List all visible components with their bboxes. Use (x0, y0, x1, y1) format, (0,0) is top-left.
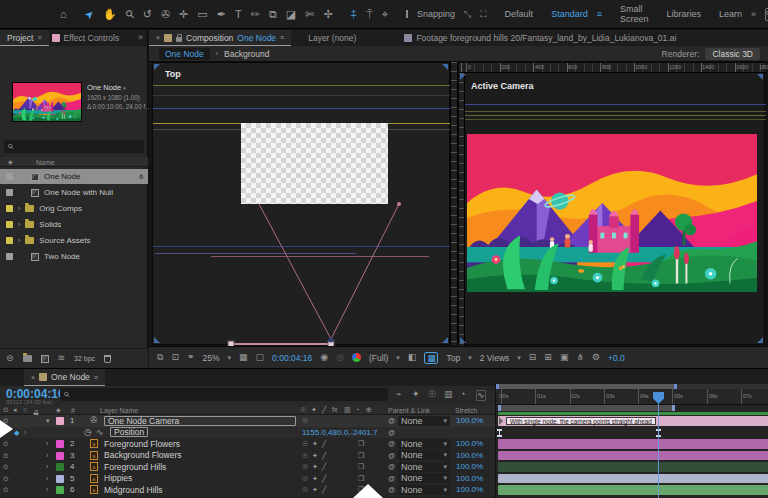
work-area-start-handle[interactable] (498, 405, 501, 411)
world-axis-icon[interactable]: ⍑ (366, 9, 373, 20)
orbit-tool-icon[interactable]: ↺ (143, 9, 152, 20)
pickwhip-icon[interactable]: @ (388, 427, 395, 439)
layer-bar-foreground-flowers[interactable] (498, 439, 768, 449)
shy-switch-icon[interactable]: ☉ (300, 406, 306, 413)
brush-tool-icon[interactable]: ✏ (251, 9, 260, 20)
layer-name[interactable]: Midground Hills (104, 484, 163, 496)
exposure-value[interactable]: +0.0 (608, 353, 625, 363)
type-tool-icon[interactable]: T (235, 9, 242, 20)
solo-column-icon[interactable]: ○ (23, 406, 27, 413)
collapse-switch[interactable]: ✦ (312, 450, 318, 462)
shy-switch[interactable]: ☉ (302, 438, 308, 450)
viewport-corner-icon[interactable] (442, 337, 448, 343)
label-chip[interactable] (56, 475, 64, 483)
layer-bar-background-flowers[interactable] (498, 451, 768, 461)
local-axis-icon[interactable]: ⍏ (351, 9, 358, 20)
grid-guides-icon[interactable]: ▦ (239, 353, 248, 362)
quality-switch-icon[interactable]: ╱ (322, 406, 326, 413)
expand-arrow-icon[interactable]: › (46, 461, 48, 473)
stopwatch-icon[interactable]: ◷ (84, 427, 92, 439)
workspace-learn[interactable]: Learn (719, 9, 742, 19)
layer-bar-foreground-hills[interactable] (498, 462, 768, 472)
workspace-menu-icon[interactable]: ≡ (597, 10, 602, 19)
tab-project[interactable]: Project ≡ (0, 30, 49, 46)
parent-link-column-header[interactable]: Parent & Link (388, 407, 430, 414)
expand-arrow-icon[interactable]: › (18, 237, 20, 244)
label-chip[interactable] (56, 452, 64, 460)
eye-icon[interactable]: ⊙ (3, 473, 9, 485)
parent-dropdown[interactable]: None▾ (398, 450, 450, 460)
puppet-pin-tool-icon[interactable]: ✢ (323, 9, 332, 20)
threed-switch[interactable]: ❒ (358, 461, 364, 473)
layer-name[interactable]: Hippies (104, 473, 132, 485)
label-chip[interactable] (56, 486, 64, 494)
bit-depth-button[interactable]: 32 bpc (74, 355, 95, 362)
project-settings-icon[interactable]: ≋ (58, 354, 66, 363)
position-value[interactable]: 1155.0,480.0,-2401.7 (302, 427, 377, 439)
stereo-3d-icon[interactable]: ⚭ (187, 353, 195, 362)
layer-name-column-header[interactable]: Layer Name (100, 407, 138, 414)
label-chip[interactable] (6, 253, 13, 260)
pan-behind-tool-icon[interactable]: ✛ (179, 9, 188, 20)
always-preview-icon[interactable]: ⧉ (157, 353, 163, 362)
region-of-interest-icon[interactable]: ◧ (408, 353, 417, 362)
expand-arrow-icon[interactable]: ▾ (46, 415, 50, 427)
trash-icon[interactable] (104, 355, 111, 363)
keyframe-toggle-icon[interactable]: ◆ (14, 427, 19, 439)
label-chip[interactable] (6, 205, 13, 212)
quality-switch[interactable]: ╱ (322, 484, 326, 496)
tab-timeline-one-node[interactable]: × One Node ≡ (24, 369, 105, 386)
viewport-active-camera[interactable]: 0 200 400 600 800 1000 1200 1400 1600 18… (458, 62, 765, 345)
project-search-input[interactable]: ⚲ (4, 140, 144, 153)
pen-tool-icon[interactable]: ✒ (217, 9, 226, 20)
show-snapshot-icon[interactable]: ◎ (336, 353, 344, 362)
label-chip[interactable] (56, 463, 64, 471)
layer-row-background-flowers[interactable]: ⊙ › 3 a Background Flowers ☉ ✦ ╱ ❒ @ Non… (0, 450, 495, 462)
parent-dropdown[interactable]: None▾ (398, 462, 450, 472)
shy-switch[interactable]: ☉ (302, 484, 308, 496)
roto-brush-tool-icon[interactable]: ✄ (305, 9, 314, 20)
threed-switch-icon[interactable]: ⊕ (366, 406, 372, 413)
expand-arrow-icon[interactable]: › (46, 484, 48, 496)
viewport-corner-icon[interactable] (460, 337, 466, 343)
layer-row-camera[interactable]: ⊙ ▾ 1 ✇ One Node Camera ☉ @ None▾ 100.0% (0, 415, 495, 427)
label-column-icon[interactable]: ◆ (8, 159, 13, 165)
layer-bar-camera[interactable]: With single node, the camera points stra… (498, 416, 768, 426)
stretch-value[interactable]: 100.0% (456, 484, 483, 496)
label-column-icon[interactable]: ◆ (56, 407, 61, 413)
time-ruler[interactable]: :00s 01s 02s 03s 04s 05s 06s 07s (496, 389, 768, 405)
viewport-corner-icon[interactable] (442, 64, 448, 70)
viewport-corner-icon[interactable] (154, 64, 160, 70)
workspace-small-screen[interactable]: Small Screen (620, 4, 649, 24)
eye-icon[interactable]: ⊙ (3, 484, 9, 496)
new-composition-icon[interactable] (41, 355, 49, 363)
layer-marker-icon[interactable] (499, 417, 503, 425)
viewport-corner-icon[interactable] (757, 74, 763, 80)
workspace-standard[interactable]: Standard (551, 9, 588, 19)
resolution-dropdown[interactable]: (Full) (369, 353, 388, 363)
pickwhip-icon[interactable]: @ (388, 415, 395, 427)
eye-icon[interactable]: ⊙ (3, 461, 9, 473)
breadcrumb-current[interactable]: One Node (159, 48, 210, 60)
close-icon[interactable]: × (31, 374, 35, 381)
keyframe[interactable] (497, 429, 502, 437)
graph-editor-icon[interactable]: ∿ (476, 390, 486, 401)
expand-arrow-icon[interactable]: › (46, 473, 48, 485)
quality-switch[interactable]: ╱ (322, 450, 326, 462)
project-item-two-node[interactable]: Two Node (0, 249, 148, 264)
pickwhip-icon[interactable]: @ (388, 438, 395, 450)
parent-dropdown[interactable]: None▾ (398, 439, 450, 449)
collapse-switch[interactable]: ✦ (312, 473, 318, 485)
label-chip[interactable] (6, 237, 13, 244)
quality-switch[interactable]: ╱ (322, 461, 326, 473)
layer-bar-hippies[interactable] (498, 474, 768, 484)
tab-menu-icon[interactable]: ≡ (280, 34, 284, 41)
stretch-value[interactable]: 100.0% (456, 473, 483, 485)
fx-switch-icon[interactable]: fx (332, 406, 337, 413)
pixel-aspect-icon[interactable]: ⊟ (529, 353, 537, 362)
shy-switch[interactable]: ☉ (302, 473, 308, 485)
stretch-value[interactable]: 100.0% (456, 461, 483, 473)
shy-switch[interactable]: ☉ (302, 415, 308, 427)
close-icon[interactable]: × (156, 34, 160, 41)
playhead-line[interactable] (658, 404, 659, 498)
